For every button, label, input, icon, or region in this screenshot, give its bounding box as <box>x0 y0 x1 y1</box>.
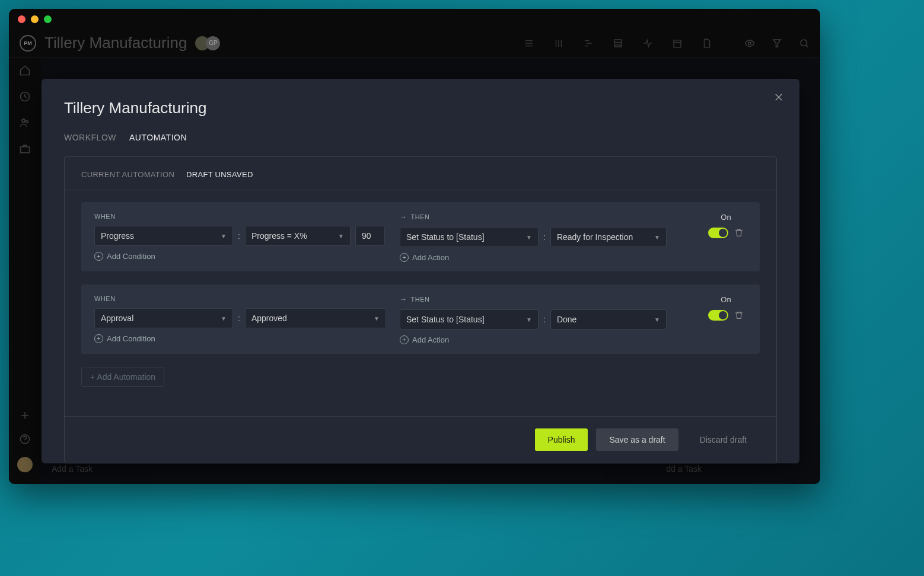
svg-marker-15 <box>773 40 780 47</box>
when-operator-dropdown[interactable]: Progress = X% ▼ <box>245 226 351 246</box>
add-task-placeholder: dd a Task <box>666 464 702 473</box>
eye-icon[interactable] <box>744 38 755 49</box>
add-action-button[interactable]: + Add Action <box>400 253 693 262</box>
discard-draft-button[interactable]: Discard draft <box>687 428 760 451</box>
chevron-down-icon: ▼ <box>221 233 227 239</box>
then-value-dropdown[interactable]: Done ▼ <box>550 309 667 329</box>
plus-circle-icon: + <box>94 334 103 343</box>
separator: : <box>238 231 240 241</box>
file-view-icon[interactable] <box>702 38 712 49</box>
chevron-down-icon: ▼ <box>654 316 660 323</box>
add-condition-button[interactable]: + Add Condition <box>94 252 388 261</box>
chevron-down-icon: ▼ <box>374 315 380 322</box>
list-view-icon[interactable] <box>524 38 534 49</box>
automation-rules-area: WHEN Progress ▼ : Progress = X% ▼ <box>65 190 776 416</box>
chevron-down-icon: ▼ <box>526 234 532 241</box>
svg-rect-21 <box>21 147 30 153</box>
add-action-button[interactable]: + Add Action <box>400 335 693 344</box>
chevron-down-icon: ▼ <box>221 315 227 322</box>
home-icon[interactable] <box>19 65 31 76</box>
gantt-view-icon[interactable] <box>583 38 594 49</box>
svg-rect-12 <box>674 40 681 47</box>
then-value-dropdown[interactable]: Ready for Inspection ▼ <box>550 227 667 247</box>
save-draft-button[interactable]: Save as a draft <box>596 428 678 451</box>
board-view-icon[interactable] <box>553 38 564 49</box>
add-automation-button[interactable]: + Add Automation <box>81 367 164 387</box>
dropdown-value: Set Status to [Status] <box>406 315 485 324</box>
when-value-input[interactable] <box>355 226 385 246</box>
plus-icon[interactable] <box>19 409 31 421</box>
chevron-down-icon: ▼ <box>526 316 532 323</box>
svg-line-17 <box>806 45 808 47</box>
plus-circle-icon: + <box>400 253 409 262</box>
team-icon[interactable] <box>19 117 31 129</box>
toggle-label: On <box>721 295 731 304</box>
maximize-window-button[interactable] <box>44 15 52 23</box>
enable-toggle[interactable] <box>708 228 728 238</box>
minimize-window-button[interactable] <box>31 15 39 23</box>
svg-point-20 <box>26 120 28 123</box>
avatar[interactable]: GP <box>206 36 220 50</box>
close-window-button[interactable] <box>18 15 26 23</box>
filter-icon[interactable] <box>772 38 782 49</box>
project-title: Tillery Manufacturing <box>44 34 187 52</box>
subtab-current-automation[interactable]: CURRENT AUTOMATION <box>81 170 174 179</box>
tab-workflow[interactable]: WORKFLOW <box>64 133 116 148</box>
rule-controls: On <box>705 295 747 344</box>
chevron-down-icon: ▼ <box>338 233 344 239</box>
then-action-dropdown[interactable]: Set Status to [Status] ▼ <box>400 309 539 329</box>
top-header: PM Tillery Manufacturing GP <box>9 29 820 57</box>
add-condition-button[interactable]: + Add Condition <box>94 334 388 343</box>
when-field-dropdown[interactable]: Progress ▼ <box>94 226 233 246</box>
then-label: → THEN <box>400 213 693 221</box>
then-column: → THEN Set Status to [Status] ▼ : Ready … <box>400 213 693 262</box>
rule-controls: On <box>705 213 747 262</box>
modal-title: Tillery Manufacturing <box>64 99 777 117</box>
then-label: → THEN <box>400 295 693 303</box>
automation-rule: WHEN Approval ▼ : Approved ▼ <box>81 284 760 354</box>
table-view-icon[interactable] <box>613 38 623 49</box>
plus-circle-icon: + <box>94 252 103 261</box>
subtab-draft-unsaved[interactable]: DRAFT UNSAVED <box>186 170 253 179</box>
user-avatar[interactable] <box>17 457 33 472</box>
add-condition-label: Add Condition <box>107 334 155 343</box>
app-logo: PM <box>20 35 36 52</box>
enable-toggle[interactable] <box>708 310 728 321</box>
then-column: → THEN Set Status to [Status] ▼ : Done <box>400 295 693 344</box>
add-action-label: Add Action <box>412 253 449 262</box>
search-icon[interactable] <box>799 38 810 49</box>
then-action-dropdown[interactable]: Set Status to [Status] ▼ <box>400 227 539 247</box>
arrow-right-icon: → <box>400 213 407 221</box>
view-toolbar <box>524 38 712 49</box>
tab-automation[interactable]: AUTOMATION <box>129 133 187 148</box>
close-modal-button[interactable] <box>773 92 784 103</box>
activity-view-icon[interactable] <box>642 38 653 49</box>
dropdown-value: Ready for Inspection <box>557 232 633 242</box>
header-actions <box>744 38 810 49</box>
dropdown-value: Progress = X% <box>251 231 307 241</box>
left-sidebar <box>9 57 41 484</box>
help-icon[interactable] <box>19 433 31 445</box>
chevron-down-icon: ▼ <box>654 234 660 241</box>
when-label: WHEN <box>94 295 388 302</box>
modal-tabs: WORKFLOW AUTOMATION <box>64 133 777 148</box>
briefcase-icon[interactable] <box>19 143 31 155</box>
titlebar <box>9 9 820 29</box>
calendar-view-icon[interactable] <box>672 38 683 49</box>
modal-header: Tillery Manufacturing WORKFLOW AUTOMATIO… <box>42 79 799 148</box>
svg-point-14 <box>748 41 751 44</box>
svg-point-19 <box>22 119 25 122</box>
avatar-group: GP <box>195 36 220 50</box>
toggle-label: On <box>721 213 731 222</box>
recent-icon[interactable] <box>19 91 31 103</box>
modal-footer: Publish Save as a draft Discard draft <box>65 416 776 463</box>
trash-icon[interactable] <box>734 311 744 320</box>
trash-icon[interactable] <box>734 228 744 238</box>
when-operator-dropdown[interactable]: Approved ▼ <box>245 308 386 328</box>
arrow-right-icon: → <box>400 295 407 303</box>
dropdown-value: Progress <box>101 231 134 241</box>
publish-button[interactable]: Publish <box>535 428 588 451</box>
when-column: WHEN Progress ▼ : Progress = X% ▼ <box>94 213 388 262</box>
when-column: WHEN Approval ▼ : Approved ▼ <box>94 295 388 344</box>
when-field-dropdown[interactable]: Approval ▼ <box>94 308 233 328</box>
